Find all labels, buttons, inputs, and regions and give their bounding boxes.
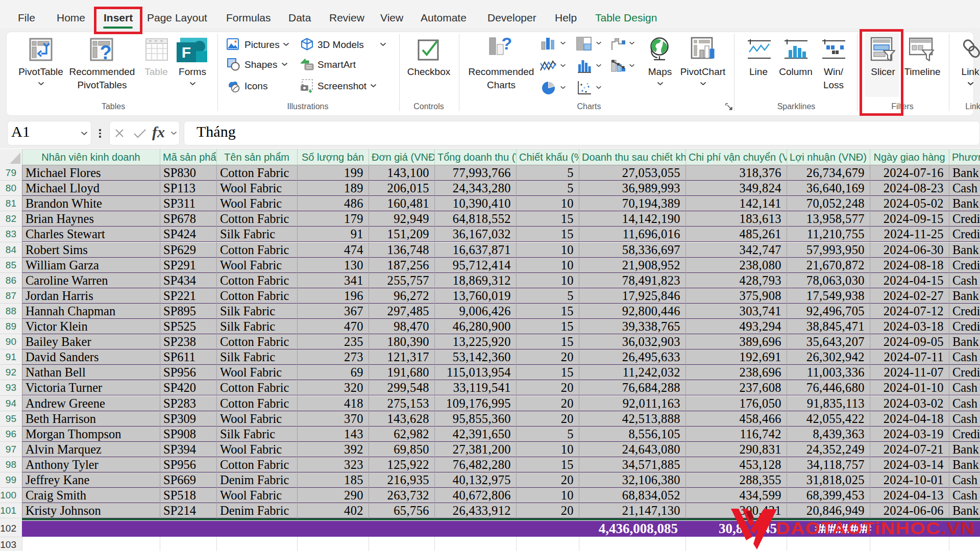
svg-text:F: F bbox=[182, 44, 191, 61]
svg-text:?: ? bbox=[100, 42, 111, 61]
svg-text:?: ? bbox=[502, 37, 511, 53]
